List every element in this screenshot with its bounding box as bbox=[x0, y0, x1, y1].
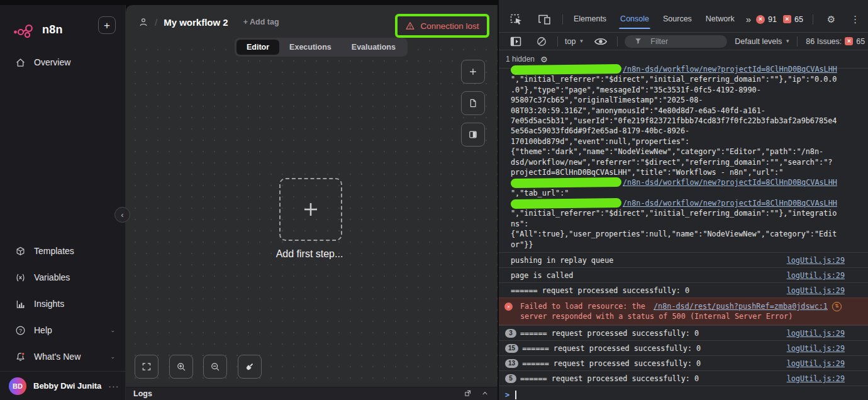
add-node-button[interactable] bbox=[461, 60, 485, 84]
console-log-row: 3====== request processed successfully: … bbox=[499, 325, 868, 340]
fit-view-button[interactable] bbox=[135, 355, 159, 379]
error-icon: ✕ bbox=[504, 303, 513, 311]
n8n-logo-icon bbox=[13, 21, 36, 38]
user-options-icon[interactable]: ··· bbox=[108, 381, 119, 391]
sidebar-item-insights[interactable]: Insights bbox=[0, 291, 125, 317]
sidebar-item-label: Overview bbox=[34, 57, 70, 67]
workflow-title[interactable]: My workflow 2 bbox=[164, 17, 228, 28]
console-json-line: 7e05d5ac5b31","userId":"0fe219f823721fbb… bbox=[511, 116, 845, 126]
avatar: BD bbox=[9, 377, 26, 395]
zoom-in-button[interactable] bbox=[169, 355, 193, 379]
warning-triangle-icon bbox=[405, 21, 415, 31]
console-json-line: /n8n-dsd/workflow/new?projectId=8ClHnD0B… bbox=[511, 177, 845, 187]
console-json-line: or"}} bbox=[511, 240, 845, 250]
console-toolbar: top ▼ Default levels ▼ 86 Issues: ✕ 65 2… bbox=[499, 33, 868, 50]
console-filter-input[interactable] bbox=[625, 35, 727, 48]
zoom-in-icon bbox=[176, 362, 186, 372]
console-json-line: {"theme":"dark","name":"NodeViewNew","ca… bbox=[511, 147, 845, 157]
add-first-step-button[interactable] bbox=[279, 178, 342, 241]
tab-evaluations[interactable]: Evaluations bbox=[342, 40, 406, 55]
devtools-tab-network[interactable]: Network bbox=[699, 9, 741, 29]
console-source-link[interactable]: logUtil.js:29 bbox=[781, 270, 845, 281]
create-live-expression-icon[interactable] bbox=[587, 36, 614, 47]
logs-panel-header[interactable]: Logs bbox=[126, 387, 498, 400]
devtools-menu-icon[interactable]: ⋮ bbox=[846, 14, 864, 25]
add-sticky-note-button[interactable] bbox=[461, 91, 485, 115]
console-json-line: ","initial_referrer":"$direct","initial_… bbox=[511, 208, 845, 218]
sidebar-collapse-button[interactable]: ‹ bbox=[114, 207, 130, 223]
inspect-element-icon[interactable] bbox=[504, 14, 530, 25]
console-log-row: 5====== request processed successfully: … bbox=[499, 370, 868, 386]
sidebar-item-label: What's New bbox=[34, 352, 81, 362]
devtools-tab-elements[interactable]: Elements bbox=[567, 9, 613, 29]
plus-icon bbox=[301, 200, 320, 219]
console-error-count-badge[interactable]: ✕ 91 bbox=[756, 15, 777, 24]
console-url-link[interactable]: /n8n-dsd/workflow/new?projectId=8ClHnD0B… bbox=[623, 64, 837, 74]
console-output: /n8n-dsd/workflow/new?projectId=8ClHnD0B… bbox=[499, 62, 868, 400]
zoom-out-button[interactable] bbox=[203, 355, 227, 379]
add-tag-button[interactable]: + Add tag bbox=[243, 18, 279, 26]
console-source-link[interactable]: logUtil.js:29 bbox=[781, 286, 845, 296]
more-tabs-icon[interactable]: » bbox=[742, 14, 755, 25]
console-log-row: ====== request processed successfully: 0… bbox=[499, 282, 868, 297]
app-logo-text: n8n bbox=[42, 23, 63, 36]
console-json-line: dsd/workflow/new","referrer":"$direct","… bbox=[511, 157, 845, 167]
console-source-link[interactable]: logUtil.js:29 bbox=[781, 374, 845, 384]
devtools-tab-sources[interactable]: Sources bbox=[657, 9, 698, 29]
split-panel-icon bbox=[468, 130, 478, 140]
network-request-icon[interactable]: ⇅ bbox=[832, 302, 842, 311]
svg-text:?: ? bbox=[19, 327, 22, 333]
console-source-link[interactable]: logUtil.js:29 bbox=[781, 255, 845, 265]
add-first-step-label: Add first step... bbox=[247, 248, 372, 260]
console-json-line: .0"},"type":"page","messageId":"35c3531f… bbox=[511, 85, 845, 95]
sidebar-item-overview[interactable]: Overview bbox=[0, 49, 125, 75]
tab-editor[interactable]: Editor bbox=[236, 40, 279, 55]
redaction-marker bbox=[511, 64, 621, 75]
chevron-up-icon[interactable] bbox=[481, 389, 489, 397]
devtools-settings-icon[interactable]: ⚙ bbox=[823, 14, 840, 25]
user-menu-row[interactable]: BD Bebby Dwi Junita ··· bbox=[0, 372, 125, 400]
chevron-down-icon: ▼ bbox=[785, 38, 790, 44]
failed-resource-link[interactable]: /n8n-dsd/rest/push?pushRef=zmba0jdswc:1 bbox=[654, 301, 828, 311]
console-json-line: 08T03:20:59.316Z","anonymousId":"4e80d8d… bbox=[511, 106, 845, 116]
open-in-new-icon[interactable] bbox=[464, 389, 472, 397]
issues-count-badge[interactable]: ✕ 65 bbox=[783, 15, 803, 24]
console-url-link[interactable]: /n8n-dsd/workflow/new?projectId=8ClHnD0B… bbox=[623, 198, 837, 208]
toggle-panel-button[interactable] bbox=[461, 123, 485, 147]
sidebar-item-help[interactable]: ? Help ⌄ bbox=[0, 317, 125, 343]
filter-text-field[interactable] bbox=[649, 36, 721, 47]
sidebar-item-label: Help bbox=[34, 325, 52, 335]
console-prompt[interactable]: > bbox=[499, 386, 868, 399]
console-source-link[interactable]: logUtil.js:29 bbox=[781, 328, 845, 338]
sidebar-item-variables[interactable]: Variables bbox=[0, 264, 125, 291]
console-source-link[interactable]: logUtil.js:29 bbox=[781, 343, 845, 353]
help-icon: ? bbox=[15, 325, 26, 336]
log-levels-selector[interactable]: Default levels ▼ bbox=[731, 37, 794, 46]
clear-console-icon[interactable] bbox=[529, 36, 554, 47]
console-source-link[interactable]: logUtil.js:29 bbox=[781, 358, 845, 369]
funnel-icon bbox=[631, 38, 645, 45]
devtools-tab-console[interactable]: Console bbox=[614, 9, 655, 29]
workflow-tabs: Editor Executions Evaluations bbox=[235, 38, 408, 57]
new-workflow-button[interactable]: + bbox=[98, 16, 116, 34]
chevron-down-icon: ▼ bbox=[579, 38, 584, 44]
divider bbox=[617, 36, 618, 47]
canvas-side-toolbar bbox=[461, 60, 485, 147]
fit-view-icon bbox=[142, 362, 152, 372]
tidy-up-button[interactable] bbox=[238, 355, 262, 379]
console-json-entry: /n8n-dsd/workflow/new?projectId=8ClHnD0B… bbox=[499, 62, 868, 252]
issue-icon: ✕ bbox=[783, 15, 791, 23]
execution-context-selector[interactable]: top ▼ bbox=[561, 37, 587, 46]
divider bbox=[797, 36, 798, 47]
console-url-link[interactable]: /n8n-dsd/workflow/new?projectId=8ClHnD0B… bbox=[623, 177, 837, 187]
device-toolbar-icon[interactable] bbox=[531, 14, 558, 25]
sidebar-item-whats-new[interactable]: What's New ⌄ bbox=[0, 343, 125, 370]
redaction-marker bbox=[511, 198, 621, 209]
sidebar-item-templates[interactable]: Templates bbox=[0, 238, 125, 264]
prompt-chevron-icon: > bbox=[505, 391, 509, 399]
tab-executions[interactable]: Executions bbox=[279, 40, 342, 55]
issues-summary[interactable]: 86 Issues: ✕ 65 21 bbox=[806, 37, 868, 46]
dock-side-icon[interactable] bbox=[504, 36, 529, 47]
sidebar: n8n + Overview Templates Variables Insig… bbox=[0, 5, 126, 400]
annotation-highlight-box: Connection lost bbox=[395, 14, 489, 38]
